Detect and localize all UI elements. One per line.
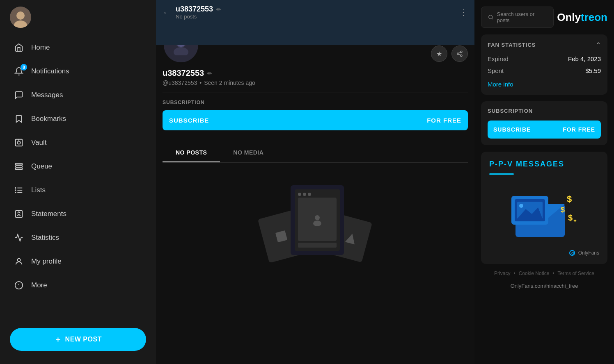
sidebar-item-statistics[interactable]: Statistics [3,226,153,249]
svg-point-24 [460,51,462,52]
subscribe-text: SUBSCRIBE [169,117,209,124]
svg-point-40 [519,204,523,208]
home-icon [13,42,25,53]
sidebar-item-statements[interactable]: Statements [3,202,153,225]
statements-icon [13,208,25,220]
plus-icon: ＋ [54,334,62,344]
subscribe-button-sm[interactable]: SUBSCRIBE FOR FREE [488,121,601,139]
sidebar-item-label-vault: Vault [31,139,47,147]
sidebar-item-myprofile[interactable]: My profile [3,250,153,273]
sidebar-item-label-more: More [31,281,47,289]
vault-icon [13,137,25,148]
sidebar-item-messages[interactable]: Messages [3,84,153,107]
profile-username: u38372553 [163,68,204,78]
footer-cookie[interactable]: Cookie Notice [519,271,550,276]
sidebar-item-bookmarks[interactable]: Bookmarks [3,107,153,130]
more-icon [13,280,25,291]
svg-point-4 [17,141,20,144]
statistics-icon [13,232,25,243]
svg-rect-29 [275,230,287,242]
edit-profile-icon[interactable]: ✏ [207,70,212,77]
subscription-card-title: SUBSCRIPTION [488,108,601,114]
sidebar-item-more[interactable]: More [3,274,153,297]
sidebar-item-notifications[interactable]: 8 Notifications [3,60,153,83]
logo: Onlytreon [557,11,607,24]
onlyfans-logo-icon: O [569,250,577,256]
new-post-button[interactable]: ＋ NEW POST [10,328,146,351]
more-info-link[interactable]: More info [488,81,513,88]
message-icon [13,89,25,101]
ppv-underline [489,173,514,175]
search-placeholder: Search users or posts [497,11,547,23]
tabs-row: NO POSTS NO MEDIA [163,143,468,163]
svg-point-33 [489,15,493,19]
profile-body: ★ u38372553 ✏ @u38372553 • Seen 2 min [156,45,474,364]
back-button[interactable]: ← [163,8,171,17]
svg-text:✦: ✦ [573,218,577,224]
fan-stats-title: FAN STATISTICS [488,42,536,48]
for-free-text-sm: FOR FREE [563,126,595,133]
svg-line-28 [459,52,461,53]
collapse-icon[interactable]: ⌃ [596,41,601,49]
profile-more-button[interactable]: ⋮ [460,7,468,17]
search-box[interactable]: Search users or posts [481,7,554,28]
ppv-illustration: $ $ $ ✦ [503,180,585,245]
sidebar-item-label-lists: Lists [31,186,46,194]
profile-avatar [163,45,199,64]
sidebar-item-label-bookmarks: Bookmarks [31,115,66,123]
media-card-center [291,185,344,255]
profile-header-no-posts: No posts [176,14,221,20]
sidebar-nav: Home 8 Notifications Messages [0,36,156,321]
sidebar-item-queue[interactable]: Queue [3,155,153,178]
sidebar-item-label-notifications: Notifications [31,67,69,75]
onlyfans-credit: O OnlyFans [489,250,599,256]
subscription-section: SUBSCRIPTION SUBSCRIBE FOR FREE [163,93,468,137]
onlyfans-label: OnlyFans [578,250,599,256]
subscribe-button[interactable]: SUBSCRIBE FOR FREE [163,110,468,130]
profile-header-username: u38372553 [176,5,213,14]
svg-rect-8 [16,168,23,170]
svg-point-1 [16,11,25,20]
subscription-label: SUBSCRIPTION [163,100,468,105]
avatar[interactable] [10,7,31,28]
svg-point-26 [460,55,462,57]
for-free-text: FOR FREE [427,117,461,124]
sidebar-item-label-statistics: Statistics [31,234,59,242]
profile-banner: ← u38372553 ✏ No posts ⋮ [156,0,474,45]
tab-no-posts[interactable]: NO POSTS [163,143,220,162]
svg-text:O: O [571,251,574,255]
subscription-card: SUBSCRIPTION SUBSCRIBE FOR FREE [481,101,607,145]
sidebar-item-label-statements: Statements [31,210,66,218]
sidebar-item-label-messages: Messages [31,91,63,99]
svg-text:$: $ [561,206,565,214]
media-illustration [262,185,369,255]
ppv-title: P-P-V MESSAGES [489,160,564,168]
svg-point-30 [315,215,320,220]
star-button[interactable]: ★ [431,46,447,62]
svg-point-25 [457,53,459,55]
svg-point-12 [15,188,16,189]
profile-icon [13,256,25,267]
footer-terms[interactable]: Terms of Service [558,271,594,276]
sidebar-item-label-queue: Queue [31,162,52,171]
share-button[interactable] [451,46,468,62]
footer-privacy[interactable]: Privacy [494,271,510,276]
bookmark-icon [13,113,25,125]
fan-statistics-card: FAN STATISTICS ⌃ Expired Feb 4, 2023 Spe… [481,34,607,95]
sidebar-item-home[interactable]: Home [3,36,153,59]
right-panel: Search users or posts Onlytreon FAN STAT… [474,0,614,364]
profile-handle: @u38372553 [163,80,197,86]
profile-name-row: u38372553 ✏ [163,68,468,78]
ppv-messages-card: P-P-V MESSAGES $ $ $ ✦ O On [481,152,607,264]
spent-label: Spent [488,67,504,74]
sidebar-item-lists[interactable]: Lists [3,179,153,202]
svg-rect-7 [16,166,23,167]
notifications-badge: 8 [21,64,27,71]
edit-username-icon[interactable]: ✏ [216,6,221,13]
sidebar-item-vault[interactable]: Vault [3,131,153,154]
sidebar: Home 8 Notifications Messages [0,0,156,364]
sidebar-item-label-myprofile: My profile [31,257,62,266]
tab-no-media[interactable]: NO MEDIA [220,143,277,162]
logo-treon-text: treon [581,11,607,23]
main-content: ← u38372553 ✏ No posts ⋮ [156,0,474,364]
